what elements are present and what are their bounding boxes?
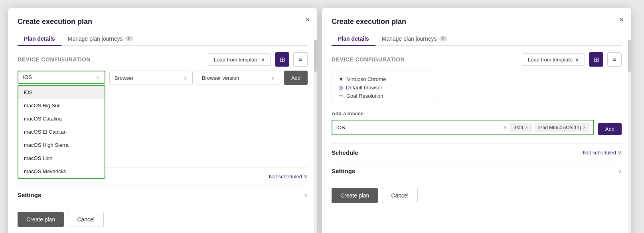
device-input-tags[interactable]: × iPad × iPad Mini 4 (iOS 11) × <box>332 120 594 135</box>
browser-chevron: ∨ <box>184 75 188 81</box>
list-view-button-right[interactable]: ≡ <box>607 52 622 67</box>
scrollbar-track-right[interactable] <box>628 40 631 233</box>
create-plan-button-left[interactable]: Create plan <box>18 212 64 227</box>
not-scheduled-label-right: Not scheduled <box>583 150 616 156</box>
list-icon-left: ≡ <box>298 56 302 63</box>
virtuoso-chrome-label: Virtuoso Chrome <box>347 76 386 82</box>
tab-manage-journeys-left[interactable]: Manage plan journeys 0 <box>61 32 140 46</box>
settings-section-right: Settings ∨ <box>332 162 622 180</box>
left-modal-tabs: Plan details Manage plan journeys 0 <box>18 32 308 46</box>
os-dropdown-list: iOS macOS Big Sur macOS Catalina macOS E… <box>18 85 105 179</box>
not-scheduled-label-left: Not scheduled <box>269 174 302 180</box>
load-template-chevron-right: ∨ <box>575 57 579 63</box>
os-selected-value: iOS <box>23 74 32 80</box>
device-card-row-1: ◎ Default browser <box>338 85 429 91</box>
scrollbar-thumb-left <box>314 40 317 72</box>
tag-ipad-mini: iPad Mini 4 (iOS 11) × <box>535 123 589 132</box>
left-modal-title: Create execution plan <box>18 18 308 26</box>
tab-plan-details-left[interactable]: Plan details <box>18 32 61 46</box>
add-device-label: Add a device <box>332 111 622 116</box>
tab-manage-journeys-right[interactable]: Manage plan journeys 0 <box>375 32 454 46</box>
input-clear-icon[interactable]: × <box>503 124 507 131</box>
list-item-macos-big-sur[interactable]: macOS Big Sur <box>18 99 105 112</box>
tag-ipad-mini-label: iPad Mini 4 (iOS 11) <box>538 125 581 130</box>
device-card-row-2: ▭ Goal Resolution <box>338 93 429 99</box>
tab-manage-journeys-badge: 0 <box>125 36 133 41</box>
tab-manage-journeys-label: Manage plan journeys <box>68 36 123 42</box>
list-item-macos-catalina[interactable]: macOS Catalina <box>18 112 105 125</box>
scrollbar-thumb-right <box>628 40 631 72</box>
right-modal-close-button[interactable]: × <box>619 15 624 24</box>
tag-ipad-close[interactable]: × <box>525 124 528 130</box>
tag-ipad-label: iPad <box>514 125 523 130</box>
list-item-ios[interactable]: iOS <box>18 86 105 99</box>
right-modal: Create execution plan × Plan details Man… <box>322 8 631 233</box>
list-item-macos-lion[interactable]: macOS Lion <box>18 152 105 165</box>
cancel-button-right[interactable]: Cancel <box>382 188 418 203</box>
browser-label: Browser <box>115 75 134 81</box>
right-modal-title: Create execution plan <box>332 18 622 26</box>
settings-section-left: Settings ∨ <box>18 186 308 204</box>
browser-dropdown[interactable]: Browser ∨ <box>109 71 193 85</box>
browser-version-chevron: ∨ <box>271 75 275 81</box>
browser-version-label: Browser version <box>202 75 239 81</box>
not-scheduled-chevron-left: ∨ <box>304 174 308 180</box>
os-dropdown-chevron: ∧ <box>96 74 100 80</box>
not-scheduled-chevron-right: ∨ <box>618 150 622 156</box>
load-template-label-right: Load from template <box>528 57 573 63</box>
default-browser-label: Default browser <box>346 85 382 91</box>
tab-manage-journeys-label-right: Manage plan journeys <box>382 36 437 42</box>
load-template-label-left: Load from template <box>214 57 259 63</box>
list-view-button-left[interactable]: ≡ <box>293 52 308 67</box>
tab-plan-details-right[interactable]: Plan details <box>332 32 375 46</box>
list-item-macos-el-capitan[interactable]: macOS El Capitan <box>18 125 105 138</box>
device-config-section-right: Device configuration Load from template … <box>332 52 622 67</box>
list-item-macos-high-sierra[interactable]: macOS High Sierra <box>18 138 105 152</box>
list-item-macos-mavericks[interactable]: macOS Mavericks <box>18 165 105 178</box>
add-device-button-left[interactable]: Add <box>284 71 308 85</box>
device-config-label-left: Device configuration <box>18 56 91 63</box>
settings-chevron-left: ∨ <box>304 192 308 198</box>
default-browser-icon: ◎ <box>338 85 343 91</box>
settings-label-right: Settings <box>332 168 355 174</box>
device-config-label-right: Device configuration <box>332 56 405 63</box>
right-modal-footer: Create plan Cancel <box>332 188 622 203</box>
device-config-section-left: Device configuration Load from template … <box>18 52 308 67</box>
load-template-button-right[interactable]: Load from template ∨ <box>522 53 585 66</box>
browser-version-dropdown[interactable]: Browser version ∨ <box>197 71 280 85</box>
right-modal-tabs: Plan details Manage plan journeys 0 <box>332 32 622 46</box>
device-card: ▼ Virtuoso Chrome ◎ Default browser ▭ Go… <box>332 71 435 104</box>
grid-view-button-left[interactable]: ⊞ <box>275 52 289 67</box>
add-device-button-right[interactable]: Add <box>598 123 622 135</box>
goal-resolution-label: Goal Resolution <box>346 93 383 99</box>
schedule-label-right: Schedule <box>332 149 358 156</box>
settings-label-left: Settings <box>18 192 41 198</box>
left-modal: Create execution plan × Plan details Man… <box>8 8 317 233</box>
tab-plan-details-label-right: Plan details <box>338 36 369 42</box>
create-plan-button-right[interactable]: Create plan <box>332 188 378 203</box>
load-template-chevron-left: ∨ <box>261 57 265 63</box>
tag-ipad: iPad × <box>510 123 531 132</box>
tab-badge-right: 0 <box>439 36 447 41</box>
device-input[interactable] <box>336 124 500 130</box>
schedule-section-right: Schedule Not scheduled ∨ <box>332 143 622 162</box>
not-scheduled-left[interactable]: Not scheduled ∨ <box>269 174 308 180</box>
grid-icon-left: ⊞ <box>280 56 285 63</box>
cancel-button-left[interactable]: Cancel <box>68 212 104 227</box>
settings-chevron-right: ∨ <box>618 168 622 174</box>
tag-ipad-mini-close[interactable]: × <box>583 124 586 130</box>
grid-view-button-right[interactable]: ⊞ <box>589 52 603 67</box>
load-template-button-left[interactable]: Load from template ∨ <box>208 53 271 66</box>
device-card-row-0: ▼ Virtuoso Chrome <box>338 76 429 82</box>
left-modal-footer: Create plan Cancel <box>18 212 308 227</box>
tab-plan-details-label: Plan details <box>24 36 55 42</box>
not-scheduled-right[interactable]: Not scheduled ∨ <box>583 150 622 156</box>
virtuoso-icon: ▼ <box>338 76 344 82</box>
goal-resolution-icon: ▭ <box>338 93 343 99</box>
scrollbar-track-left[interactable] <box>314 40 317 233</box>
list-icon-right: ≡ <box>612 56 616 63</box>
grid-icon-right: ⊞ <box>594 56 599 63</box>
os-dropdown-trigger[interactable]: iOS ∧ <box>18 71 105 84</box>
left-modal-close-button[interactable]: × <box>305 15 310 24</box>
